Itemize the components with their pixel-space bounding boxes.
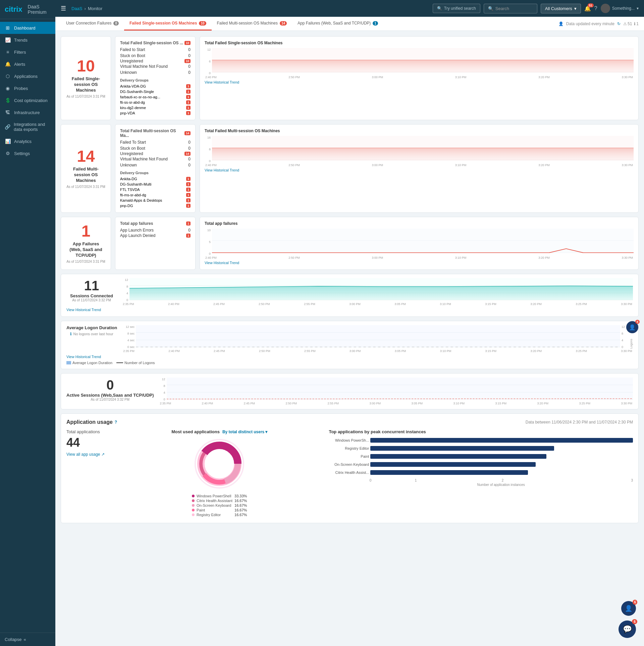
sidebar-item-integrations[interactable]: 🔗 Integrations and data exports <box>0 118 55 135</box>
help-icon[interactable]: ? <box>594 5 597 11</box>
svg-marker-15 <box>129 286 633 300</box>
sidebar-item-alerts[interactable]: 🔔 Alerts <box>0 58 55 70</box>
logon-time-labels: 2:35 PM2:40 PM2:45 PM2:50 PM2:55 PM3:00 … <box>122 349 633 353</box>
multi-session-metric: 14 Failed Multi-session OS Machines As o… <box>61 124 111 213</box>
person-icon: 👤 <box>558 21 564 26</box>
ms-chart-svg <box>212 136 634 163</box>
tab-bar: User Connection Failures 0 Failed Single… <box>55 17 644 31</box>
sidebar-item-settings[interactable]: ⚙ Settings <box>0 147 55 159</box>
ms-view-trend[interactable]: View Historical Trend <box>205 168 239 172</box>
bar-tracks <box>370 437 633 477</box>
af-time-labels: 2:40 PM2:50 PM3:00 PM3:10 PM3:20 PM3:30 … <box>205 256 634 259</box>
active-sessions-number: 0 <box>66 378 154 393</box>
sidebar-item-analytics[interactable]: 📊 Analytics <box>0 135 55 147</box>
by-dropdown[interactable]: By total distinct users ▾ <box>222 430 267 434</box>
ms-row-start: Failed To Start0 <box>120 139 191 145</box>
integrations-icon: 🔗 <box>5 124 10 130</box>
alert-icon-1[interactable]: ⚠ 51 <box>623 21 632 26</box>
most-used-title: Most used applications <box>171 429 220 434</box>
app-failures-metric: 1 App Failures (Web, SaaS and TCP/UDP) A… <box>61 217 111 270</box>
breadcrumb-separator: › <box>85 6 86 11</box>
notification-badge: 51 <box>588 3 594 7</box>
tab-user-connection[interactable]: User Connection Failures 0 <box>61 17 124 31</box>
sidebar-item-filters[interactable]: ≡ Filters <box>0 46 55 58</box>
ss-chart-svg <box>212 48 634 75</box>
af-view-trend[interactable]: View Historical Trend <box>205 261 239 265</box>
sidebar-header: citrix DaaS Premium <box>0 0 55 19</box>
breadcrumb: DaaS › Monitor <box>71 6 430 11</box>
tab-app-failures[interactable]: App Failures (Web, SaaS and TCP/UDP) 1 <box>292 17 383 31</box>
app-usage-header: Application usage ? Data between 11/06/2… <box>66 419 633 425</box>
sessions-view-trend[interactable]: View Historical Trend <box>66 308 101 312</box>
cost-icon: 💲 <box>5 98 11 103</box>
bar-names: Windows PowerSh... Registry Editor Paint… <box>329 437 369 477</box>
app-usage-body: Total applications 44 View all app usage… <box>66 429 633 517</box>
single-session-metric: 10 Failed Single-session OS Machines As … <box>61 36 111 120</box>
single-session-row: 10 Failed Single-session OS Machines As … <box>61 36 639 120</box>
user-avatar[interactable]: Something... ▾ <box>601 4 639 13</box>
ss-view-trend[interactable]: View Historical Trend <box>205 80 239 84</box>
svg-marker-3 <box>212 60 634 72</box>
multi-session-middle: Total Failed Multi-session OS Ma... 14 F… <box>115 124 196 213</box>
total-apps-label: Total applications <box>66 429 110 434</box>
sidebar-item-applications[interactable]: ⬡ Applications <box>0 70 55 82</box>
notification-bell[interactable]: 🔔 51 <box>584 5 591 12</box>
chevron-down-icon: ▾ <box>574 6 577 11</box>
unified-search-label: Try unified search <box>444 6 476 11</box>
svg-rect-20 <box>167 378 633 399</box>
unified-search-button[interactable]: 🔍 Try unified search <box>433 4 480 13</box>
citrix-logo: citrix <box>5 5 22 14</box>
avatar-image <box>601 4 610 13</box>
logon-chart-area: 12 sec8 sec4 sec0 sec <box>122 325 633 353</box>
tab-multi-session[interactable]: Failed Multi-session OS Machines 14 <box>212 17 292 31</box>
tab-multi-session-badge: 14 <box>280 21 287 26</box>
ss-chart-title: Total Failed Single-session OS Machines <box>205 41 634 45</box>
sidebar-label-probes: Probes <box>14 86 28 91</box>
infrastructure-icon: 🏗 <box>5 110 11 115</box>
sessions-metric: 11 Sessions Connected As of 11/07/2024 3… <box>66 278 117 302</box>
sidebar-item-trends[interactable]: 📈 Trends <box>0 34 55 46</box>
sidebar-label-trends: Trends <box>14 38 28 43</box>
tab-single-session-label: Failed Single-session OS Machines <box>129 21 197 26</box>
sidebar-item-infrastructure[interactable]: 🏗 Infrastructure <box>0 106 55 118</box>
alert-icon-2[interactable]: ℹ 1 <box>634 21 639 26</box>
ss-row-boot: Stuck on Boot0 <box>120 53 191 59</box>
tab-app-failures-badge: 1 <box>373 21 378 26</box>
refresh-icon[interactable]: ↻ <box>617 21 621 26</box>
breadcrumb-home[interactable]: DaaS <box>71 6 83 11</box>
view-all-app-usage-link[interactable]: View all app usage ↗ <box>66 452 105 457</box>
ms-dg-label: Delivery Groups <box>120 171 191 175</box>
sessions-date: As of 11/07/2024 3:32 PM <box>66 298 117 302</box>
app-failures-number: 1 <box>82 223 91 239</box>
tab-user-connection-badge: 0 <box>113 21 119 26</box>
bar-axis-title: Number of application instances <box>329 483 633 487</box>
ms-row-notfound: Virtual Machine Not Found0 <box>120 156 191 162</box>
ss-unreg-badge: 10 <box>184 59 191 63</box>
active-sessions-metric: 0 Active Sessions (Web,Saas and TCP/UDP)… <box>66 378 154 401</box>
app-failures-row: 1 App Failures (Web, SaaS and TCP/UDP) A… <box>61 217 639 270</box>
ss-dg-label: Delivery Groups <box>120 78 191 82</box>
sessions-label: Sessions Connected <box>66 293 117 298</box>
logons-icon-badge: 👤 6 <box>626 321 638 333</box>
sidebar-label-alerts: Alerts <box>14 62 25 67</box>
af-row-errors: App Launch Errors0 <box>120 227 191 233</box>
sidebar-item-cost[interactable]: 💲 Cost optimization <box>0 94 55 106</box>
search-box[interactable]: 🔍 Search <box>484 4 537 13</box>
alert-icons: ⚠ 51 ℹ 1 <box>623 21 639 26</box>
sidebar-item-dashboard[interactable]: ⊞ Dashboard <box>0 22 55 34</box>
sidebar-item-probes[interactable]: ◉ Probes <box>0 82 55 94</box>
sidebar-label-settings: Settings <box>14 151 30 156</box>
ss-row-notfound: Virtual Machine Not Found0 <box>120 63 191 69</box>
app-usage-section: Application usage ? Data between 11/06/2… <box>61 413 639 523</box>
app-failures-middle: Total app failures 1 App Launch Errors0 … <box>115 217 196 270</box>
donut-section: Most used applications By total distinct… <box>118 429 321 517</box>
total-apps-number: 44 <box>66 436 110 450</box>
applications-icon: ⬡ <box>5 73 11 79</box>
tab-single-session[interactable]: Failed Single-session OS Machines 10 <box>124 17 212 31</box>
svg-rect-16 <box>136 325 620 347</box>
logon-view-trend[interactable]: View Historical Trend <box>66 355 101 359</box>
menu-icon[interactable]: ☰ <box>61 5 66 12</box>
by-label: By total distinct users <box>222 430 264 434</box>
chevron-down-icon: ▾ <box>265 430 267 434</box>
customers-dropdown[interactable]: All Customers ▾ <box>541 4 581 13</box>
